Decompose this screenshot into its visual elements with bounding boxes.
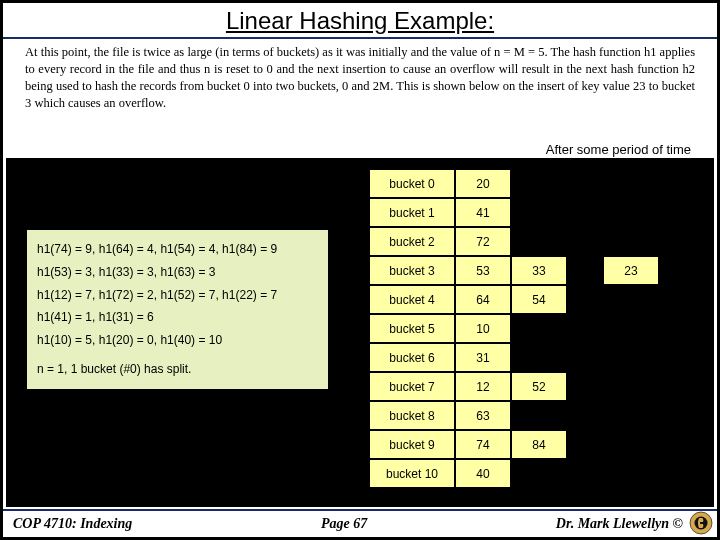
- overflow-cell: [603, 169, 659, 198]
- bucket-cell: 31: [455, 343, 511, 372]
- gap-cell: [567, 459, 603, 488]
- bucket-cell: 52: [511, 372, 567, 401]
- bucket-cell: 74: [455, 430, 511, 459]
- hash-line: h1(41) = 1, h1(31) = 6: [37, 306, 320, 329]
- title-bar: Linear Hashing Example:: [3, 3, 717, 39]
- bucket-cell: 72: [455, 227, 511, 256]
- table-row: bucket 3533323: [369, 256, 659, 285]
- bucket-label: bucket 6: [369, 343, 455, 372]
- footer-page: Page 67: [132, 516, 556, 532]
- bucket-label: bucket 3: [369, 256, 455, 285]
- bucket-cell: 53: [455, 256, 511, 285]
- hash-line: h1(74) = 9, h1(64) = 4, h1(54) = 4, h1(8…: [37, 238, 320, 261]
- hash-line: h1(10) = 5, h1(20) = 0, h1(40) = 10: [37, 329, 320, 352]
- gap-cell: [567, 401, 603, 430]
- bucket-cell: 64: [455, 285, 511, 314]
- table-row: bucket 863: [369, 401, 659, 430]
- bucket-cell: 12: [455, 372, 511, 401]
- overflow-cell: 23: [603, 256, 659, 285]
- bucket-label: bucket 8: [369, 401, 455, 430]
- table-row: bucket 71252: [369, 372, 659, 401]
- overflow-cell: [603, 227, 659, 256]
- bucket-cell: [511, 459, 567, 488]
- bucket-label: bucket 2: [369, 227, 455, 256]
- overflow-cell: [603, 285, 659, 314]
- bucket-label: bucket 4: [369, 285, 455, 314]
- overflow-cell: [603, 372, 659, 401]
- overflow-cell: [603, 343, 659, 372]
- table-row: bucket 141: [369, 198, 659, 227]
- overflow-cell: [603, 459, 659, 488]
- hash-values-box: h1(74) = 9, h1(64) = 4, h1(54) = 4, h1(8…: [25, 228, 330, 391]
- table-row: bucket 1040: [369, 459, 659, 488]
- footer-bar: COP 4710: Indexing Page 67 Dr. Mark Llew…: [3, 509, 717, 537]
- gap-cell: [567, 169, 603, 198]
- bucket-cell: [511, 169, 567, 198]
- hash-line: h1(53) = 3, h1(33) = 3, h1(63) = 3: [37, 261, 320, 284]
- bucket-cell: 54: [511, 285, 567, 314]
- gap-cell: [567, 256, 603, 285]
- bucket-cell: 10: [455, 314, 511, 343]
- overflow-cell: [603, 430, 659, 459]
- hash-line: h1(12) = 7, h1(72) = 2, h1(52) = 7, h1(2…: [37, 284, 320, 307]
- gap-cell: [567, 285, 603, 314]
- bucket-label: bucket 9: [369, 430, 455, 459]
- gap-cell: [567, 198, 603, 227]
- bucket-cell: [511, 401, 567, 430]
- slide-title: Linear Hashing Example:: [226, 7, 494, 34]
- bucket-cell: 20: [455, 169, 511, 198]
- slide: Linear Hashing Example: At this point, t…: [2, 2, 718, 538]
- overflow-cell: [603, 314, 659, 343]
- bucket-cell: 84: [511, 430, 567, 459]
- bucket-table: bucket 020bucket 141bucket 272bucket 353…: [368, 168, 660, 489]
- bucket-label: bucket 7: [369, 372, 455, 401]
- overflow-cell: [603, 198, 659, 227]
- ucf-logo-icon: [689, 511, 713, 535]
- bucket-cell: [511, 343, 567, 372]
- bucket-label: bucket 1: [369, 198, 455, 227]
- gap-cell: [567, 372, 603, 401]
- bucket-cell: [511, 314, 567, 343]
- bucket-label: bucket 10: [369, 459, 455, 488]
- footer-course: COP 4710: Indexing: [3, 516, 132, 532]
- hash-status-line: n = 1, 1 bucket (#0) has split.: [37, 358, 320, 381]
- gap-cell: [567, 430, 603, 459]
- bucket-label: bucket 5: [369, 314, 455, 343]
- gap-cell: [567, 314, 603, 343]
- gap-cell: [567, 343, 603, 372]
- table-row: bucket 510: [369, 314, 659, 343]
- bucket-cell: [511, 227, 567, 256]
- body-paragraph: At this point, the file is twice as larg…: [3, 39, 717, 114]
- bucket-cell: 41: [455, 198, 511, 227]
- table-row: bucket 631: [369, 343, 659, 372]
- table-row: bucket 272: [369, 227, 659, 256]
- table-row: bucket 46454: [369, 285, 659, 314]
- overflow-cell: [603, 401, 659, 430]
- bucket-cell: 33: [511, 256, 567, 285]
- after-period-text: After some period of time: [544, 142, 693, 157]
- table-row: bucket 020: [369, 169, 659, 198]
- bucket-cell: [511, 198, 567, 227]
- bucket-label: bucket 0: [369, 169, 455, 198]
- gap-cell: [567, 227, 603, 256]
- bucket-cell: 63: [455, 401, 511, 430]
- table-row: bucket 97484: [369, 430, 659, 459]
- bucket-cell: 40: [455, 459, 511, 488]
